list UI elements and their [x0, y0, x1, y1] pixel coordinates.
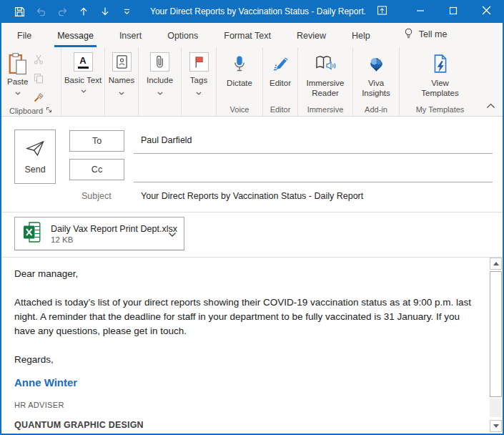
basic-text-icon: A [74, 52, 93, 72]
dictate-label: Dictate [227, 78, 252, 88]
chevron-down-icon [119, 87, 124, 97]
minimize-icon [416, 5, 425, 18]
excel-file-icon [22, 220, 44, 247]
scrollbar-thumb[interactable] [490, 271, 502, 397]
tab-help[interactable]: Help [349, 31, 373, 47]
cc-field-underline [134, 182, 493, 182]
send-label: Send [24, 165, 45, 175]
immersive-reader-icon [315, 52, 336, 75]
send-button[interactable]: Send [14, 129, 56, 184]
to-field-underline [134, 153, 493, 154]
popout-button[interactable] [365, 0, 398, 23]
message-body-editor[interactable]: Dear manager, Attached is today’s list o… [1, 258, 503, 433]
signature-company: QUANTUM GRAPHIC DESIGN [14, 418, 474, 432]
ribbon-group-tags: Tags [182, 47, 217, 116]
view-templates-button[interactable]: View Templates [420, 52, 460, 98]
body-paragraph: Attached is today’s list of your direct … [14, 295, 474, 338]
copy-button[interactable] [31, 72, 46, 87]
tags-label: Tags [190, 75, 207, 85]
minimize-button[interactable] [404, 0, 437, 23]
tell-me-search[interactable]: Tell me [403, 27, 448, 47]
next-item-button[interactable] [97, 4, 113, 19]
scroll-up-button[interactable] [490, 258, 502, 270]
maximize-button[interactable] [437, 0, 470, 23]
to-button[interactable]: To [69, 130, 124, 152]
window-controls [365, 0, 503, 23]
dictate-button[interactable]: Dictate [227, 52, 252, 88]
viva-insights-icon [367, 52, 386, 75]
quick-access-toolbar [1, 4, 134, 19]
close-button[interactable] [470, 0, 503, 23]
attachment-dropdown-button[interactable] [168, 228, 177, 240]
save-button[interactable] [11, 4, 27, 19]
redo-icon [56, 6, 69, 18]
attachment-info: Daily Vax Report Print Dept.xlsx 12 KB [51, 224, 161, 244]
paste-icon [8, 52, 28, 77]
body-closing: Regards, [14, 353, 474, 367]
scissors-icon [33, 54, 44, 68]
chevron-down-icon [157, 87, 163, 97]
basic-text-button[interactable]: A Basic Text [63, 52, 103, 95]
chevron-down-icon [196, 87, 202, 97]
attachment-size: 12 KB [51, 235, 161, 244]
attachment-filename: Daily Vax Report Print Dept.xlsx [51, 224, 161, 234]
attachment-chip[interactable]: Daily Vax Report Print Dept.xlsx 12 KB [14, 217, 184, 250]
paste-label: Paste [7, 77, 28, 86]
arrow-up-icon [78, 6, 89, 17]
scrollbar-track[interactable] [490, 399, 502, 417]
triangle-down-icon [493, 424, 499, 428]
save-icon [14, 6, 26, 18]
tags-button[interactable]: Tags [189, 52, 209, 97]
tab-format-text[interactable]: Format Text [221, 31, 274, 47]
cc-button[interactable]: Cc [69, 159, 124, 180]
tab-review[interactable]: Review [294, 31, 329, 47]
flag-icon [189, 52, 209, 72]
editor-button[interactable]: Editor [270, 52, 291, 88]
chevron-down-icon [81, 85, 87, 95]
signature-name: Anne Winter [14, 376, 474, 390]
viva-insights-button[interactable]: Viva Insights [356, 52, 396, 98]
tell-me-label: Tell me [419, 29, 448, 39]
dialog-launcher-icon[interactable] [46, 107, 53, 115]
arrow-down-icon [99, 6, 111, 17]
collapse-ribbon-button[interactable] [486, 99, 495, 112]
format-painter-button[interactable] [31, 91, 46, 105]
ribbon-group-include: Include [139, 47, 182, 116]
chevron-up-icon [486, 99, 495, 111]
paste-button[interactable]: Paste [7, 52, 28, 105]
subject-field[interactable]: Your Direct Reports by Vaccination Statu… [141, 191, 363, 201]
cut-button[interactable] [31, 54, 46, 68]
scroll-down-button[interactable] [490, 420, 502, 432]
ribbon-group-addin: Viva Insights Add-in [353, 47, 400, 116]
tab-message[interactable]: Message [54, 31, 97, 47]
microphone-icon [232, 52, 247, 75]
send-plane-icon [25, 140, 45, 159]
undo-icon [35, 6, 47, 18]
undo-button[interactable] [33, 4, 49, 19]
customize-quick-access-button[interactable] [119, 4, 134, 19]
maximize-icon [449, 5, 458, 18]
ribbon-group-clipboard: Paste [1, 47, 61, 116]
ribbon-group-my-templates: View Templates My Templates [400, 47, 480, 116]
overflow-chevron-icon [123, 9, 131, 15]
to-field[interactable]: Paul Darfield [141, 135, 192, 145]
include-button[interactable]: Include [147, 52, 173, 97]
previous-item-button[interactable] [76, 4, 92, 19]
vertical-scrollbar[interactable] [489, 258, 503, 433]
editor-pen-icon [271, 52, 290, 75]
tab-options[interactable]: Options [164, 31, 201, 47]
copy-icon [33, 72, 44, 87]
redo-button[interactable] [54, 4, 70, 19]
tab-file[interactable]: File [14, 31, 34, 47]
triangle-up-icon [493, 262, 499, 265]
address-book-icon [112, 52, 132, 72]
tab-insert[interactable]: Insert [117, 31, 144, 47]
include-label: Include [147, 75, 173, 85]
viva-insights-label: Viva Insights [356, 78, 396, 98]
ribbon-group-voice: Dictate Voice [217, 47, 263, 116]
ribbon-group-names: Names [105, 47, 139, 116]
message-header: Send To Cc Paul Darfield Subject Your Di… [1, 117, 503, 212]
view-templates-label: View Templates [420, 78, 460, 98]
immersive-reader-button[interactable]: Immersive Reader [300, 52, 350, 98]
names-button[interactable]: Names [109, 52, 134, 97]
